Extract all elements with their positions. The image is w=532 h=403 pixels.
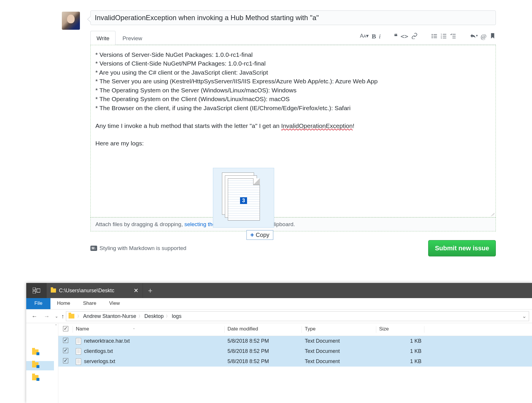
svg-point-0	[432, 34, 433, 35]
breadcrumb-seg[interactable]: Desktop	[143, 313, 165, 319]
svg-rect-3	[433, 36, 437, 36]
plus-icon: +	[250, 233, 254, 237]
file-row[interactable]: clientlogs.txt 5/8/2018 8:52 PM Text Doc…	[58, 346, 532, 356]
svg-rect-15	[33, 288, 36, 290]
row-checkbox[interactable]	[63, 358, 68, 363]
tasklist-icon[interactable]	[450, 33, 456, 40]
file-icon	[76, 358, 81, 365]
nav-back-icon[interactable]: ←	[29, 313, 40, 320]
ribbon-tabs: File Home Share View	[26, 298, 532, 309]
chevron-right-icon[interactable]: 〉	[77, 314, 81, 319]
bookmark-icon[interactable]	[489, 33, 496, 40]
select-all-checkbox[interactable]	[63, 326, 68, 331]
issue-body-textarea[interactable]: * Versions of Server-Side NuGet Packages…	[91, 45, 496, 217]
mention-icon[interactable]: @	[481, 33, 487, 40]
file-name: serverlogs.txt	[84, 358, 115, 365]
chevron-down-icon[interactable]: ⌄	[522, 313, 526, 319]
svg-rect-16	[33, 291, 36, 293]
quote-icon[interactable]: ❝	[394, 33, 398, 40]
close-tab-icon[interactable]: ✕	[134, 287, 139, 294]
spellcheck-underline: InvalidOperationException	[281, 122, 353, 129]
markdown-hint-label: Styling with Markdown is supported	[99, 245, 186, 251]
attach-hint[interactable]: Attach files by dragging & dropping, sel…	[90, 217, 496, 231]
explorer-tab-title: C:\Users\anurse\Desktc	[59, 288, 114, 294]
svg-point-4	[432, 37, 433, 38]
svg-rect-14	[452, 38, 456, 38]
file-type: Text Document	[302, 338, 376, 344]
svg-text:3: 3	[441, 37, 442, 39]
ribbon-share[interactable]: Share	[77, 298, 103, 309]
col-name[interactable]: Name⌃	[73, 326, 225, 333]
column-headers[interactable]: Name⌃ Date modified Type Size	[58, 323, 532, 336]
breadcrumb-seg[interactable]: logs	[171, 313, 183, 319]
row-checkbox[interactable]	[63, 338, 68, 343]
avatar	[62, 12, 80, 30]
svg-rect-13	[452, 36, 456, 36]
nav-folder-icon[interactable]	[32, 349, 38, 355]
breadcrumb-seg[interactable]: Andrew Stanton-Nurse	[82, 313, 137, 319]
file-size: 1 KB	[376, 348, 424, 354]
svg-rect-5	[433, 37, 437, 38]
tab-preview[interactable]: Preview	[117, 31, 148, 45]
bold-icon[interactable]: B	[372, 33, 376, 40]
svg-rect-1	[433, 34, 437, 35]
ribbon-home[interactable]: Home	[50, 298, 76, 309]
link-icon[interactable]	[411, 33, 418, 40]
file-date: 5/8/2018 8:52 PM	[225, 348, 302, 354]
file-size: 1 KB	[376, 338, 424, 344]
file-icon	[76, 338, 81, 344]
file-type: Text Document	[302, 348, 376, 354]
sort-caret-icon: ⌃	[133, 328, 135, 331]
italic-icon[interactable]: i	[379, 33, 381, 40]
col-type[interactable]: Type	[302, 326, 376, 333]
ribbon-view[interactable]: View	[103, 298, 126, 309]
drag-count-badge: 3	[240, 197, 247, 204]
chevron-right-icon[interactable]: 〉	[139, 314, 142, 319]
markdown-hint[interactable]: M↓ Styling with Markdown is supported	[90, 245, 186, 251]
new-tab-button[interactable]: +	[143, 283, 158, 298]
chevron-right-icon[interactable]: 〉	[166, 314, 169, 319]
ribbon-file[interactable]: File	[26, 298, 50, 309]
breadcrumb[interactable]: 〉 Andrew Stanton-Nurse 〉 Desktop 〉 logs …	[66, 311, 529, 321]
col-size[interactable]: Size	[376, 326, 424, 333]
explorer-tab[interactable]: C:\Users\anurse\Desktc ✕	[47, 283, 143, 298]
col-date[interactable]: Date modified	[225, 326, 302, 333]
file-list: Name⌃ Date modified Type Size networktra…	[58, 323, 532, 403]
file-row[interactable]: serverlogs.txt 5/8/2018 8:52 PM Text Doc…	[58, 356, 532, 367]
row-checkbox[interactable]	[63, 348, 68, 353]
editor-tabs: Write Preview AA▾ B i ❝ <> 123 ▾ @	[90, 31, 496, 45]
svg-rect-11	[443, 38, 446, 38]
tab-write[interactable]: Write	[90, 31, 116, 45]
attach-hint-text: Attach files by dragging & dropping,	[95, 221, 184, 227]
ul-icon[interactable]	[431, 33, 438, 40]
svg-rect-9	[443, 36, 446, 36]
reply-icon[interactable]: ▾	[470, 33, 478, 40]
file-name: networktrace.har.txt	[84, 338, 130, 344]
speech-bubble-arrow	[87, 16, 90, 22]
file-type: Text Document	[302, 358, 376, 365]
svg-rect-12	[452, 34, 456, 34]
scroll-up-icon[interactable]: ⌃	[55, 324, 57, 328]
code-icon[interactable]: <>	[400, 33, 408, 40]
file-date: 5/8/2018 8:52 PM	[225, 338, 302, 344]
editor-container: * Versions of Server-Side NuGet Packages…	[90, 45, 496, 217]
ol-icon[interactable]: 123	[440, 33, 447, 40]
svg-point-2	[432, 36, 433, 37]
nav-up-icon[interactable]: ↑	[61, 313, 64, 320]
nav-pane[interactable]: ⌃	[26, 323, 58, 403]
submit-issue-button[interactable]: Submit new issue	[428, 240, 496, 256]
drag-copy-label: Copy	[256, 232, 270, 238]
file-icon	[76, 348, 81, 355]
heading-icon[interactable]: AA▾	[360, 33, 369, 40]
issue-form: Write Preview AA▾ B i ❝ <> 123 ▾ @	[90, 10, 528, 256]
file-row[interactable]: networktrace.har.txt 5/8/2018 8:52 PM Te…	[58, 336, 532, 346]
nav-history-icon[interactable]: ⌄	[54, 314, 60, 318]
svg-rect-17	[37, 289, 40, 292]
task-view-icon[interactable]	[26, 283, 47, 298]
issue-title-input[interactable]	[90, 10, 496, 25]
nav-forward-icon[interactable]: →	[41, 313, 52, 320]
resize-handle-icon[interactable]	[490, 211, 494, 216]
nav-folder-icon[interactable]	[32, 375, 38, 380]
file-name: clientlogs.txt	[84, 348, 113, 354]
nav-folder-icon[interactable]	[32, 362, 38, 367]
